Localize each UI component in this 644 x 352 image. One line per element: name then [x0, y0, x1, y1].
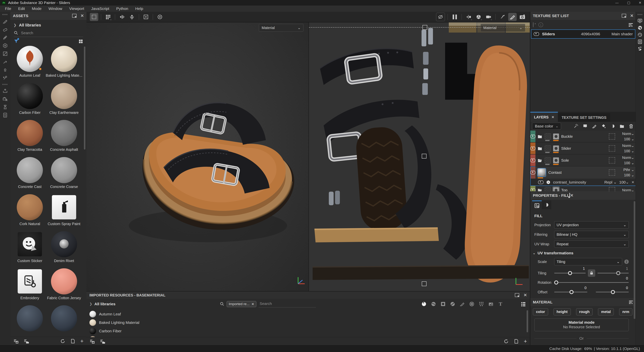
tab-texture-set-settings[interactable]: TEXTURE SET SETTINGS	[558, 113, 610, 122]
filter-substance-graph-icon[interactable]	[478, 300, 485, 308]
log-icon[interactable]	[636, 38, 644, 45]
projection-dropdown[interactable]: UV projection⌄	[554, 221, 629, 229]
assets-breadcrumb[interactable]: All libraries	[19, 23, 41, 27]
add-effect-wand-icon[interactable]	[573, 123, 579, 129]
export-icon[interactable]	[0, 87, 10, 95]
polygon-fill-tool-icon[interactable]	[0, 50, 10, 58]
hide-selection-icon[interactable]	[436, 13, 445, 21]
filter-environments-icon[interactable]	[487, 300, 494, 308]
eye-one-icon[interactable]: 1	[538, 22, 543, 27]
close-panel-icon[interactable]: ✕	[570, 193, 573, 198]
paint-mode-icon[interactable]	[508, 13, 517, 21]
asset-tile[interactable]: Embroidery	[13, 268, 46, 304]
add-mask-icon[interactable]	[610, 123, 616, 129]
screenshot-camera-icon[interactable]	[518, 13, 526, 21]
add-icon[interactable]: +	[80, 338, 84, 344]
close-tab-icon[interactable]: ✕	[552, 115, 554, 119]
maximize-icon[interactable]: ▢	[627, 1, 630, 5]
add-paint-layer-icon[interactable]	[591, 123, 598, 129]
asset-tile[interactable]: Custom Sticker	[13, 231, 46, 267]
list-filter-icon[interactable]	[628, 22, 634, 27]
layer-row-buckle[interactable]: Buckle Norm⌄ 100 ⌄	[530, 131, 636, 143]
axis-gizmo-2d-icon[interactable]	[512, 275, 526, 288]
eraser-tool-icon[interactable]	[0, 25, 10, 33]
viewport-3d[interactable]: Material⌄	[86, 22, 309, 291]
asset-tile[interactable]: Baked Lighting Mate...	[48, 46, 80, 81]
close-panel-icon[interactable]: ✕	[630, 14, 634, 18]
eye-check-icon[interactable]	[533, 23, 534, 27]
projection-tool-icon[interactable]	[0, 33, 10, 41]
resource-row[interactable]: Carbon Fiber	[90, 327, 530, 335]
symmetry-icon[interactable]: ⌄	[464, 13, 473, 21]
filter-text-icon[interactable]: T	[497, 300, 504, 308]
export-resources-icon[interactable]	[100, 339, 105, 344]
smudge-tool-icon[interactable]	[0, 58, 10, 66]
filter-alphas-icon[interactable]	[440, 300, 447, 308]
shader-material-dropdown-2d[interactable]: Material⌄	[480, 24, 525, 32]
dock-icon[interactable]	[515, 293, 519, 297]
tiling-lock-icon[interactable]	[588, 269, 595, 277]
fill-layer-thumbnail[interactable]	[537, 168, 546, 177]
eye-icon[interactable]	[530, 135, 536, 138]
tab-layers[interactable]: LAYERS ✕	[530, 112, 558, 122]
add-icon[interactable]: +	[524, 338, 527, 345]
import-resources-icon[interactable]	[13, 339, 19, 344]
tab-fill-properties[interactable]	[532, 200, 542, 210]
channel-rough-button[interactable]: rough	[576, 308, 593, 316]
channel-height-button[interactable]: height	[554, 308, 571, 316]
scale-mode-dropdown[interactable]: Tiling⌄	[554, 258, 622, 265]
opacity-dropdown[interactable]: 100 ⌄	[617, 148, 634, 154]
menu-help[interactable]: Help	[132, 6, 147, 11]
mask-thumbnail[interactable]	[553, 145, 559, 151]
eye-icon[interactable]	[530, 147, 536, 150]
gizmo-handle[interactable]	[422, 25, 427, 30]
filter-brushes-icon[interactable]	[458, 300, 466, 308]
export-resources-icon[interactable]	[24, 339, 29, 344]
assets-search-input[interactable]: Search	[21, 31, 33, 35]
reset-rotation-icon[interactable]	[156, 13, 164, 21]
texture-set-shader[interactable]: Main shader	[612, 32, 633, 36]
offset-y-slider[interactable]: 0	[596, 292, 629, 292]
viewport-2d[interactable]: Material⌄	[309, 22, 530, 291]
properties-scrollbar[interactable]	[634, 201, 635, 319]
resource-row[interactable]: Autumn Leaf	[90, 310, 530, 318]
dock-icon[interactable]	[569, 193, 570, 198]
opacity-dropdown[interactable]: 100 ⌄	[617, 173, 634, 178]
eye-icon[interactable]	[534, 32, 539, 36]
chevron-right-icon[interactable]: ❯	[90, 302, 92, 306]
dock-icon[interactable]	[622, 14, 626, 18]
new-document-icon[interactable]	[70, 339, 76, 344]
opacity-dropdown[interactable]: 100 ⌄	[617, 136, 634, 142]
gizmo-handle[interactable]	[422, 281, 426, 286]
eye-icon[interactable]	[538, 180, 544, 184]
imported-scrollbar[interactable]	[526, 310, 528, 332]
asset-tile[interactable]	[48, 305, 80, 337]
resources-updater-icon[interactable]	[0, 111, 10, 119]
add-smart-material-icon[interactable]	[582, 123, 588, 129]
asset-tile[interactable]	[13, 305, 46, 337]
layer-row-contast[interactable]: Contast Pthr ⌄ 100 ⌄	[530, 166, 636, 179]
asset-tile[interactable]: Fabric Cotton Jersey	[48, 268, 80, 304]
display-settings-icon[interactable]	[636, 17, 644, 24]
dock-icon[interactable]	[72, 14, 76, 18]
sharpen-strokes-icon[interactable]	[498, 13, 507, 21]
filter-funnel-icon[interactable]	[14, 39, 19, 44]
filter-filters-icon[interactable]	[449, 300, 456, 308]
layer-thumbnail[interactable]	[545, 157, 551, 163]
eye-icon[interactable]	[530, 159, 536, 162]
eye-icon[interactable]	[530, 171, 536, 174]
uv-wrap-dropdown[interactable]: Repeat⌄	[554, 240, 629, 248]
grid-view-icon[interactable]	[78, 39, 83, 44]
uv-transformations-title[interactable]: UV transformations	[538, 251, 573, 255]
asset-tile[interactable]: Concrete Asphalt	[48, 120, 80, 156]
axis-gizmo-icon[interactable]	[294, 275, 307, 288]
layer-thumbnail[interactable]	[545, 133, 551, 140]
add-fill-layer-icon[interactable]	[600, 123, 607, 129]
decal-tool-icon[interactable]	[0, 41, 10, 50]
tab-mask-properties[interactable]	[542, 200, 551, 209]
import-resources-icon[interactable]	[90, 339, 95, 344]
perspective-cube-icon[interactable]: ⌄	[474, 13, 483, 21]
asset-tile[interactable]: Clay Terracotta	[13, 120, 46, 156]
minimize-icon[interactable]: —	[615, 1, 618, 5]
camera-view-icon[interactable]: ⌄	[484, 13, 493, 21]
